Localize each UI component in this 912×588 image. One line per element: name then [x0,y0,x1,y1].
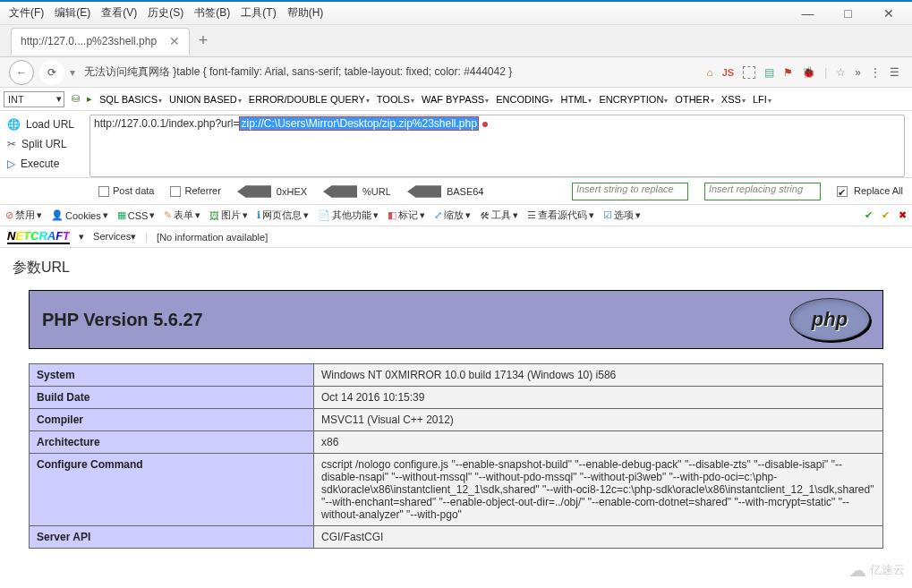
images-dd[interactable]: 🖼图片▾ [209,209,248,222]
menu-bar: 文件(F) 编辑(E) 查看(V) 历史(S) 书签(B) 工具(T) 帮助(H… [0,0,912,25]
info-dd[interactable]: ℹ网页信息▾ [257,209,309,222]
new-tab-button[interactable]: + [190,31,217,50]
cursor-dot [482,122,488,127]
waf-bypass[interactable]: WAF BYPASS [422,94,489,105]
home-icon[interactable]: ⌂ [706,66,712,79]
css-dd[interactable]: ▦CSS▾ [117,209,156,221]
error-query[interactable]: ERROR/DOUBLE QUERY [249,94,370,105]
page-heading: 参数URL [13,259,899,277]
window-minimize[interactable]: — [788,4,828,23]
int-selector[interactable]: INT▾ [4,91,64,107]
table-key: Architecture [30,431,314,454]
other[interactable]: OTHER [675,94,714,105]
php-version-text: PHP Version 5.6.27 [42,310,203,330]
table-value: Oct 14 2016 10:15:39 [314,387,883,409]
sql-tools[interactable]: TOOLS [377,94,414,105]
sql-toolbar: INT▾ ⛁ ▸ SQL BASICS UNION BASED ERROR/DO… [0,88,912,111]
back-button[interactable]: ← [9,60,34,85]
window-maximize[interactable]: □ [828,4,868,23]
sql-basics[interactable]: SQL BASICS [99,94,162,105]
watermark: ☁亿速云 [848,559,905,581]
split-url[interactable]: ✂Split URL [4,134,89,154]
dev-toolbar: ⊘禁用▾ 👤Cookies▾ ▦CSS▾ ✎表单▾ 🖼图片▾ ℹ网页信息▾ 📄其… [0,205,912,226]
table-row: Configure Commandcscript /nologo configu… [30,454,883,526]
separator: | [824,66,827,79]
table-value: cscript /nologo configure.js "--enable-s… [314,454,883,526]
check-amber-icon[interactable]: ✔ [882,209,890,221]
lfi[interactable]: LFI [753,94,771,105]
menu-bookmarks[interactable]: 书签(B) [191,4,234,22]
menu-view[interactable]: 查看(V) [98,4,141,22]
table-key: System [30,364,314,387]
replace-to-input[interactable]: Insert replacing string [704,183,821,200]
arrow-icon[interactable]: ▸ [87,93,92,105]
table-row: Server APICGI/FastCGI [30,526,883,549]
html-dd[interactable]: HTML [560,94,592,105]
svg-marker-1 [323,185,357,197]
post-data-check[interactable]: Post data [98,185,154,197]
replace-from-input[interactable]: Insert string to replace [572,183,688,200]
phpinfo-table: SystemWindows NT 0XMIRROR 10.0 build 171… [29,363,883,549]
overflow-icon[interactable]: » [855,66,861,79]
star-icon[interactable]: ☆ [836,66,846,79]
netcraft-logo[interactable]: NETCRAFT [7,229,70,244]
resize-dd[interactable]: ⤢缩放▾ [434,209,471,222]
gear-icon[interactable] [743,66,755,79]
nav-bar: ← ⟳ ▾ 无法访问纯真网络 }table { font-family: Ari… [0,57,912,88]
dropdown-icon[interactable]: ▾ [70,66,75,79]
xss[interactable]: XSS [721,94,746,105]
encoding[interactable]: ENCODING [496,94,553,105]
table-row: CompilerMSVC11 (Visual C++ 2012) [30,409,883,431]
address-display[interactable]: 无法访问纯真网络 }table { font-family: Arial, sa… [81,64,701,80]
tab-close-icon[interactable]: ✕ [169,34,180,48]
bug-icon[interactable]: 🐞 [802,66,815,79]
db-icon[interactable]: ⛁ [72,93,80,105]
cancel-red-icon[interactable]: ✖ [899,209,907,221]
load-url[interactable]: 🌐Load URL [4,115,89,134]
menu-edit[interactable]: 编辑(E) [51,4,94,22]
disable-dd[interactable]: ⊘禁用▾ [5,209,42,222]
reload-button[interactable]: ⟳ [39,60,64,85]
menu-tools[interactable]: 工具(T) [237,4,279,22]
urlenc-button[interactable]: %URL [323,185,391,198]
table-row: SystemWindows NT 0XMIRROR 10.0 build 171… [30,364,883,387]
menu-history[interactable]: 历史(S) [144,4,187,22]
replace-all-check[interactable]: ✔ Replace All [837,185,903,197]
source-dd[interactable]: ☰查看源代码▾ [527,209,594,222]
js-icon[interactable]: JS [722,67,734,78]
clipboard-icon[interactable]: ▤ [764,66,774,79]
outline-dd[interactable]: ◧标记▾ [388,209,425,222]
union-based[interactable]: UNION BASED [169,94,242,105]
options-dd[interactable]: ☑选项▾ [603,209,641,222]
url-textarea[interactable]: http://127.0.0.1/index.php?url=zip://C:\… [89,115,905,177]
php-logo: php [789,298,870,341]
kebab-icon[interactable]: ⋮ [870,66,881,79]
menu-help[interactable]: 帮助(H) [284,4,328,22]
hex-button[interactable]: 0xHEX [237,185,307,198]
browser-tab[interactable]: http://127.0....p%23shell.php ✕ [11,28,190,55]
base64-button[interactable]: BASE64 [407,185,484,198]
tools-dd[interactable]: 🛠工具▾ [480,209,518,222]
url-selected: zip://C:\Users\Mirror\Desktop/zip.zip%23… [239,116,478,131]
page-content: 参数URL PHP Version 5.6.27 php SystemWindo… [0,248,912,549]
execute[interactable]: ▷Execute [4,154,89,174]
referrer-check[interactable]: Referrer [170,185,220,197]
services-dd[interactable]: Services▾ [93,231,136,243]
misc-dd[interactable]: 📄其他功能▾ [318,209,379,222]
tab-strip: http://127.0....p%23shell.php ✕ + [0,25,912,57]
forms-dd[interactable]: ✎表单▾ [164,209,200,222]
check-green-icon[interactable]: ✔ [865,209,873,221]
flag-icon[interactable]: ⚑ [783,66,793,79]
php-version-banner: PHP Version 5.6.27 php [29,290,883,349]
hamburger-icon[interactable]: ☰ [890,66,899,79]
table-key: Server API [30,526,314,549]
svg-marker-2 [407,185,441,197]
cookies-dd[interactable]: 👤Cookies▾ [51,209,108,221]
table-value: Windows NT 0XMIRROR 10.0 build 17134 (Wi… [314,364,883,387]
globe-icon: 🌐 [7,118,21,131]
encryption[interactable]: ENCRYPTION [599,94,668,105]
play-icon: ▷ [7,158,15,170]
url-panel: 🌐Load URL ✂Split URL ▷Execute http://127… [0,111,912,178]
menu-file[interactable]: 文件(F) [5,4,47,22]
window-close[interactable]: ✕ [868,4,908,23]
